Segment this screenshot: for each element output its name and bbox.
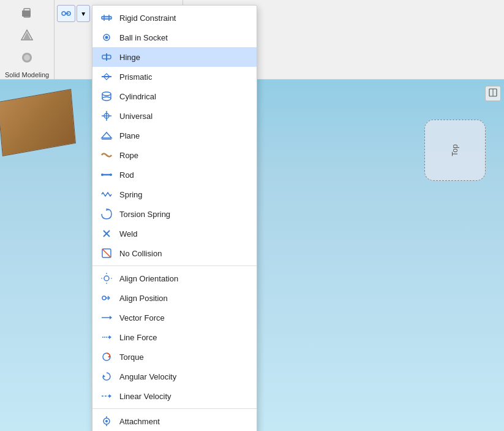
line-force-label: Line Force [119,333,157,342]
constraint-main-button[interactable] [57,5,75,22]
align-position-icon [100,291,113,305]
universal-icon [100,109,113,123]
menu-item-no-collision[interactable]: No Collision [92,243,257,263]
svg-marker-69 [109,394,111,398]
menu-item-align-position[interactable]: Align Position [92,288,257,308]
svg-rect-0 [22,10,31,17]
svg-point-71 [105,420,108,422]
menu-item-attachment[interactable]: Attachment [92,411,257,431]
svg-marker-62 [110,316,112,319]
menu-item-hinge[interactable]: Hinge [92,47,257,67]
svg-marker-3 [23,32,31,39]
no-collision-icon [100,246,113,260]
prismatic-icon [100,70,113,83]
weld-icon [100,227,113,240]
menu-item-prismatic[interactable]: Prismatic [92,67,257,86]
spring-label: Spring [119,190,143,199]
angular-velocity-label: Angular Velocity [119,372,176,381]
svg-point-50 [101,174,103,176]
svg-line-55 [102,249,111,257]
weld-label: Weld [119,229,137,238]
attachment-icon [100,414,113,428]
cylindrical-label: Cylindrical [119,92,156,101]
hinge-icon [100,50,113,64]
viewport-toggle-button[interactable] [485,86,501,101]
constraint-dropdown-menu: Rigid Constraint Ball in Socket Hinge Pr… [92,5,257,431]
spring-icon [100,188,113,201]
torsion-spring-icon [100,207,113,221]
torque-label: Torque [119,353,144,362]
svg-marker-47 [102,132,111,138]
align-position-label: Align Position [119,294,168,303]
menu-item-weld[interactable]: Weld [92,224,257,243]
solid-modeling-icon-3[interactable] [17,48,37,67]
menu-divider-1 [92,265,257,266]
vector-force-icon [100,311,113,324]
attachment-label: Attachment [119,417,160,426]
universal-label: Universal [119,112,152,121]
menu-divider-2 [92,408,257,409]
torque-icon [100,350,113,364]
plane-label: Plane [119,131,140,140]
svg-point-40 [102,92,111,96]
rope-icon [100,148,113,162]
menu-item-linear-velocity[interactable]: Linear Velocity [92,386,257,406]
rod-label: Rod [119,170,134,180]
rigid-constraint-icon [100,11,113,25]
prismatic-label: Prismatic [119,72,152,82]
solid-modeling-section: Solid Modeling [0,0,55,79]
ball-in-socket-label: Ball in Socket [119,33,168,42]
solid-modeling-label: Solid Modeling [5,71,49,78]
linear-velocity-label: Linear Velocity [119,392,171,401]
svg-point-43 [102,97,111,101]
menu-item-vector-force[interactable]: Vector Force [92,308,257,327]
menu-item-torque[interactable]: Torque [92,347,257,367]
menu-item-line-force[interactable]: Line Force [92,327,257,347]
cylindrical-icon [100,90,113,103]
align-orientation-icon [100,272,113,285]
menu-item-universal[interactable]: Universal [92,106,257,126]
svg-marker-67 [103,375,105,378]
menu-item-angular-velocity[interactable]: Angular Velocity [92,367,257,386]
menu-item-rod[interactable]: Rod [92,165,257,185]
menu-item-cylindrical[interactable]: Cylindrical [92,86,257,106]
solid-modeling-icon-1[interactable] [17,4,37,23]
menu-item-rope[interactable]: Rope [92,145,257,165]
menu-item-torsion-spring[interactable]: Torsion Spring [92,204,257,224]
menu-item-spring[interactable]: Spring [92,185,257,204]
svg-marker-64 [109,335,111,339]
svg-point-56 [104,276,109,281]
solid-modeling-icons [17,4,37,67]
menu-item-ball-in-socket[interactable]: Ball in Socket [92,28,257,47]
ball-in-socket-icon [100,31,113,44]
rigid-constraint-label: Rigid Constraint [119,13,176,23]
align-orientation-label: Align Orientation [119,274,178,283]
line-force-icon [100,330,113,344]
viewport-top-label: Top [424,120,486,181]
viewport-plank-object [0,89,76,156]
angular-velocity-icon [100,370,113,383]
constraint-icon [61,9,71,18]
solid-modeling-icon-2[interactable] [17,26,37,45]
svg-marker-66 [108,355,110,358]
menu-item-rigid-constraint[interactable]: Rigid Constraint [92,8,257,28]
hinge-label: Hinge [119,53,140,62]
vector-force-label: Vector Force [119,313,165,322]
constraint-dropdown-arrow[interactable]: ▼ [77,5,90,22]
plane-icon [100,129,113,142]
rod-icon [100,168,113,181]
menu-item-plane[interactable]: Plane [92,126,257,145]
torsion-spring-label: Torsion Spring [119,210,170,219]
svg-point-5 [24,55,30,61]
svg-point-6 [62,12,66,15]
svg-point-57 [102,296,106,300]
linear-velocity-icon [100,389,113,403]
rope-label: Rope [119,151,138,160]
menu-item-align-orientation[interactable]: Align Orientation [92,269,257,288]
svg-point-51 [110,174,112,176]
no-collision-label: No Collision [119,249,162,258]
svg-point-35 [105,36,108,39]
